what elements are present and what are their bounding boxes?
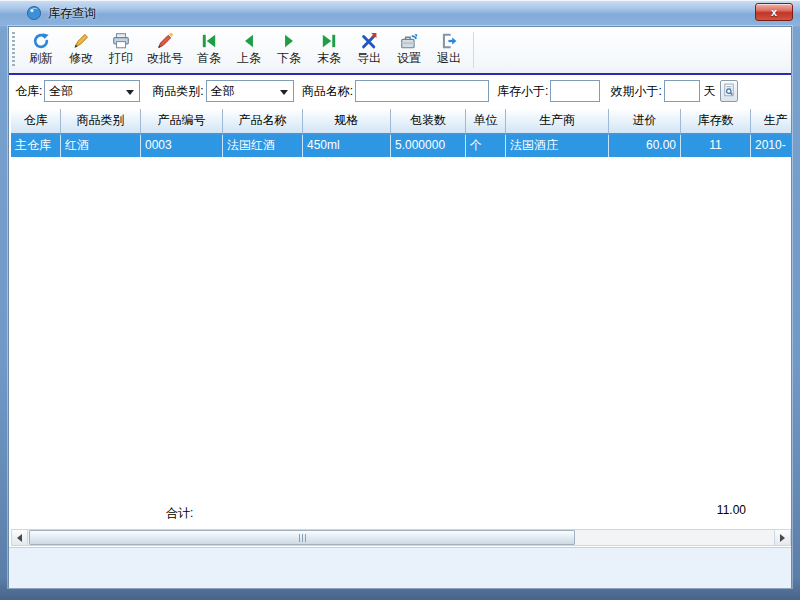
refresh-icon	[32, 32, 50, 50]
thumb-grip-icon	[305, 534, 306, 542]
table-cell: 0003	[141, 135, 223, 157]
toolbar-button-label: 刷新	[29, 51, 53, 65]
scroll-right-button[interactable]	[774, 530, 790, 545]
toolbar-button-first[interactable]: 首条	[189, 29, 229, 71]
toolbar-button-print[interactable]: 打印	[101, 29, 141, 71]
chevron-down-icon	[126, 90, 134, 95]
toolbar-button-label: 设置	[397, 51, 421, 65]
table-cell: 主仓库	[11, 135, 61, 157]
toolbar-button-label: 末条	[317, 51, 341, 65]
table-cell: 个	[466, 135, 506, 157]
table-cell: 11	[681, 135, 751, 157]
expiry-less-than-label: 效期小于:	[610, 83, 661, 100]
toolbar-gripper[interactable]	[12, 32, 15, 68]
app-icon	[26, 5, 42, 21]
toolbar-button-batch[interactable]: 改批号	[141, 29, 189, 71]
category-selected-value: 全部	[211, 84, 235, 98]
thumb-grip-icon	[302, 534, 303, 542]
column-header[interactable]: 进价	[609, 109, 681, 135]
column-header[interactable]: 生产	[751, 109, 791, 135]
export-excel-icon	[360, 32, 378, 50]
column-header[interactable]: 产品编号	[141, 109, 223, 135]
column-header[interactable]: 包装数	[391, 109, 466, 135]
warehouse-label: 仓库:	[15, 83, 42, 100]
thumb-grip-icon	[299, 534, 300, 542]
toolbar-button-next[interactable]: 下条	[269, 29, 309, 71]
toolbar-button-label: 首条	[197, 51, 221, 65]
column-header[interactable]: 库存数	[681, 109, 751, 135]
toolbar-separator	[473, 32, 474, 68]
table-cell: 450ml	[303, 135, 391, 157]
scrollbar-thumb[interactable]	[29, 530, 575, 545]
days-label: 天	[704, 83, 716, 100]
close-button[interactable]: x	[755, 3, 793, 21]
toolbar-button-label: 下条	[277, 51, 301, 65]
scroll-left-button[interactable]	[12, 530, 28, 545]
column-header[interactable]: 生产商	[506, 109, 609, 135]
app-window: 库存查询 x 刷新修改打印改批号首条上条下条末条导出设置退出 仓库: 全部 商品…	[0, 0, 800, 600]
grid-body: 主仓库红酒0003法国红酒450ml5.000000个法国酒庄60.001120…	[11, 135, 791, 157]
table-cell: 法国红酒	[223, 135, 303, 157]
toolbar-button-label: 修改	[69, 51, 93, 65]
toolbar-button-exit[interactable]: 退出	[429, 29, 469, 71]
total-value: 11.00	[649, 503, 746, 517]
titlebar[interactable]: 库存查询 x	[0, 0, 800, 26]
query-button[interactable]	[720, 80, 738, 102]
column-header[interactable]: 商品类别	[61, 109, 141, 135]
edit-icon	[72, 32, 90, 50]
toolbar-button-label: 改批号	[147, 51, 183, 65]
column-header[interactable]: 产品名称	[223, 109, 303, 135]
expiry-less-than-input[interactable]	[664, 80, 700, 102]
toolbar-button-export[interactable]: 导出	[349, 29, 389, 71]
prev-record-icon	[240, 32, 258, 50]
stock-less-than-label: 库存小于:	[497, 83, 548, 100]
toolbar-button-refresh[interactable]: 刷新	[21, 29, 61, 71]
table-cell: 60.00	[609, 135, 681, 157]
warehouse-select[interactable]: 全部	[44, 80, 140, 102]
stock-less-than-input[interactable]	[550, 80, 600, 102]
horizontal-scrollbar[interactable]	[11, 529, 791, 546]
toolbar: 刷新修改打印改批号首条上条下条末条导出设置退出	[9, 27, 791, 73]
inventory-grid: 仓库商品类别产品编号产品名称规格包装数单位生产商进价库存数生产 主仓库红酒000…	[11, 109, 791, 503]
toolbar-button-label: 打印	[109, 51, 133, 65]
column-header[interactable]: 规格	[303, 109, 391, 135]
toolbar-button-label: 导出	[357, 51, 381, 65]
toolbar-button-label: 退出	[437, 51, 461, 65]
column-header[interactable]: 单位	[466, 109, 506, 135]
product-name-input[interactable]	[355, 80, 489, 102]
scroll-right-icon	[780, 534, 785, 542]
table-cell: 5.000000	[391, 135, 466, 157]
column-header[interactable]: 仓库	[11, 109, 61, 135]
first-record-icon	[200, 32, 218, 50]
filter-bar: 仓库: 全部 商品类别: 全部 商品名称: 库存小于: 效期小于: 天	[9, 75, 791, 107]
table-cell: 法国酒庄	[506, 135, 609, 157]
form-bottom-panel	[9, 547, 791, 588]
product-name-label: 商品名称:	[302, 83, 353, 100]
table-row[interactable]: 主仓库红酒0003法国红酒450ml5.000000个法国酒庄60.001120…	[11, 135, 791, 157]
grid-header-row: 仓库商品类别产品编号产品名称规格包装数单位生产商进价库存数生产	[11, 109, 791, 135]
settings-icon	[400, 32, 418, 50]
toolbar-button-modify[interactable]: 修改	[61, 29, 101, 71]
total-label: 合计:	[166, 505, 193, 522]
category-label: 商品类别:	[152, 83, 203, 100]
category-select[interactable]: 全部	[206, 80, 294, 102]
next-record-icon	[280, 32, 298, 50]
toolbar-button-label: 上条	[237, 51, 261, 65]
table-cell: 2010-	[751, 135, 791, 157]
toolbar-button-prev[interactable]: 上条	[229, 29, 269, 71]
scroll-left-icon	[17, 534, 22, 542]
print-icon	[112, 32, 130, 50]
toolbar-button-settings[interactable]: 设置	[389, 29, 429, 71]
last-record-icon	[320, 32, 338, 50]
window-title: 库存查询	[48, 5, 96, 22]
toolbar-button-last[interactable]: 末条	[309, 29, 349, 71]
warehouse-selected-value: 全部	[49, 84, 73, 98]
batch-edit-icon	[156, 32, 174, 50]
table-cell: 红酒	[61, 135, 141, 157]
exit-icon	[440, 32, 458, 50]
search-icon	[722, 83, 736, 100]
chevron-down-icon	[280, 90, 288, 95]
client-area: 刷新修改打印改批号首条上条下条末条导出设置退出 仓库: 全部 商品类别: 全部 …	[8, 26, 792, 588]
